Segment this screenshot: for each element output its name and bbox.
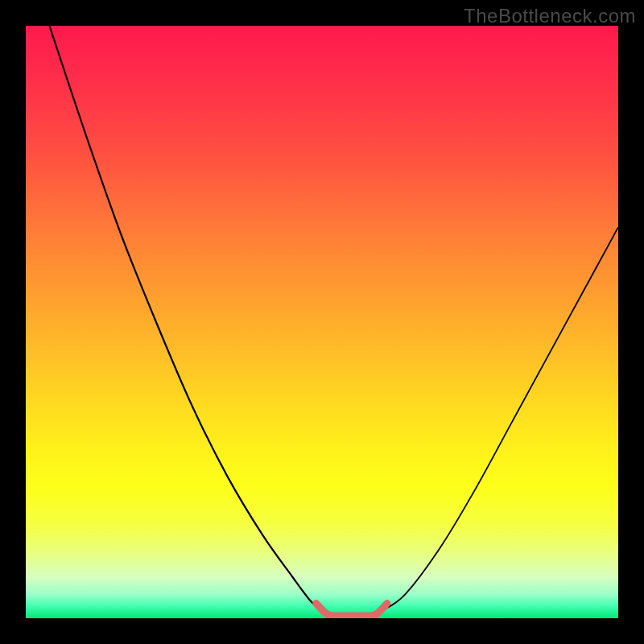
series-left-curve (49, 26, 322, 611)
series-right-curve (382, 227, 618, 611)
watermark-text: TheBottleneck.com (464, 5, 636, 27)
chart-frame: TheBottleneck.com (0, 0, 644, 644)
plot-area (26, 26, 618, 618)
series-bottom-highlight (316, 604, 387, 617)
curve-layer (26, 26, 618, 618)
